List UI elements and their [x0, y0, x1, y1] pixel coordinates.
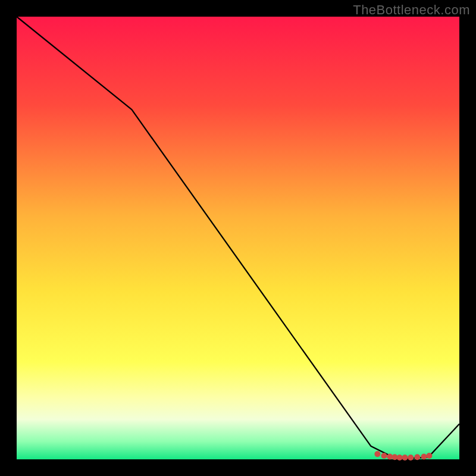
chart-frame: TheBottleneck.com: [0, 0, 476, 476]
watermark-text: TheBottleneck.com: [353, 2, 470, 18]
plot-area: [17, 17, 459, 459]
data-marker: [408, 455, 414, 461]
data-marker: [402, 455, 408, 461]
chart-svg: [17, 17, 459, 459]
data-marker: [421, 454, 427, 460]
data-marker: [397, 455, 403, 461]
data-marker: [426, 453, 432, 459]
data-marker: [381, 453, 387, 459]
data-marker: [414, 454, 420, 460]
background-gradient: [17, 17, 459, 459]
data-marker: [374, 451, 380, 457]
